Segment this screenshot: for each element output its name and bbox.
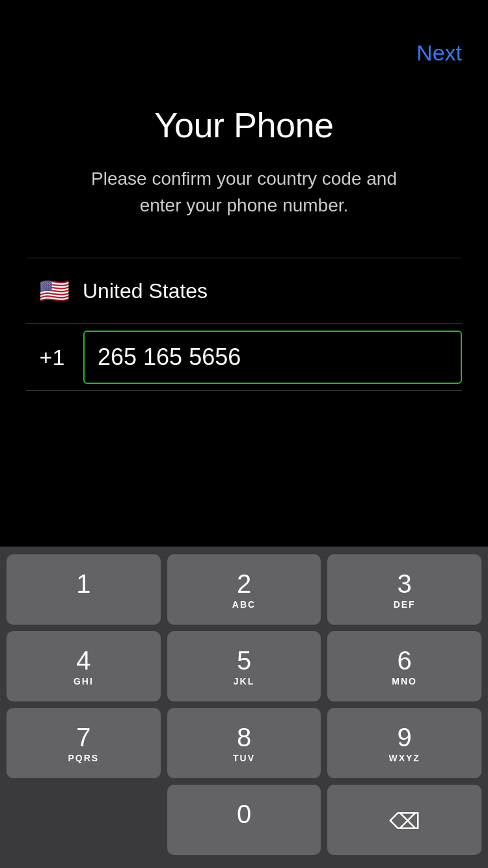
next-button[interactable]: Next — [416, 40, 462, 66]
key-7[interactable]: 7 PQRS — [7, 708, 161, 778]
delete-icon: ⌫ — [389, 808, 420, 834]
key-6[interactable]: 6 MNO — [327, 631, 481, 701]
key-3-number: 3 — [398, 571, 412, 597]
phone-input[interactable] — [98, 344, 448, 371]
phone-input-wrapper[interactable] — [83, 331, 462, 384]
phone-row: +1 — [26, 324, 462, 391]
key-3[interactable]: 3 DEF — [327, 554, 481, 625]
key-8-letters: TUV — [233, 753, 255, 765]
top-bar: Next — [0, 0, 488, 79]
key-6-number: 6 — [398, 647, 412, 673]
key-9-number: 9 — [398, 724, 412, 750]
keyboard-row-bottom: 0 ⌫ — [7, 785, 481, 855]
key-delete[interactable]: ⌫ — [327, 785, 481, 855]
key-6-letters: MNO — [392, 676, 417, 688]
keyboard: 1 2 ABC 3 DEF 4 GHI 5 JKL 6 MNO 7 PQRS — [0, 547, 488, 868]
key-7-letters: PQRS — [68, 753, 99, 765]
country-code: +1 — [26, 332, 78, 383]
country-flag: 🇺🇸 — [39, 277, 70, 305]
key-4-letters: GHI — [74, 676, 94, 688]
key-8[interactable]: 8 TUV — [167, 708, 321, 778]
key-0[interactable]: 0 — [167, 785, 321, 855]
keyboard-row-3: 7 PQRS 8 TUV 9 WXYZ — [7, 708, 481, 778]
key-9[interactable]: 9 WXYZ — [327, 708, 481, 778]
key-4[interactable]: 4 GHI — [7, 631, 161, 701]
page-subtitle: Please confirm your country code and ent… — [81, 166, 407, 219]
key-5-number: 5 — [237, 647, 251, 673]
key-1[interactable]: 1 — [7, 554, 161, 625]
keyboard-row-1: 1 2 ABC 3 DEF — [7, 554, 481, 625]
country-selector[interactable]: 🇺🇸 United States — [26, 258, 462, 324]
key-5-letters: JKL — [234, 676, 254, 688]
keyboard-row-2: 4 GHI 5 JKL 6 MNO — [7, 631, 481, 701]
key-4-number: 4 — [76, 647, 90, 673]
key-2-number: 2 — [237, 571, 251, 597]
key-2[interactable]: 2 ABC — [167, 554, 321, 625]
key-2-letters: ABC — [232, 599, 256, 611]
key-9-letters: WXYZ — [388, 753, 420, 765]
key-1-number: 1 — [76, 571, 90, 597]
key-0-number: 0 — [237, 801, 251, 827]
page-title: Your Phone — [154, 105, 333, 145]
key-8-number: 8 — [237, 724, 251, 750]
content-area: Your Phone Please confirm your country c… — [0, 79, 488, 547]
key-3-letters: DEF — [394, 599, 416, 611]
key-empty — [7, 785, 161, 855]
country-name: United States — [83, 279, 208, 303]
key-5[interactable]: 5 JKL — [167, 631, 321, 701]
key-7-number: 7 — [76, 724, 90, 750]
